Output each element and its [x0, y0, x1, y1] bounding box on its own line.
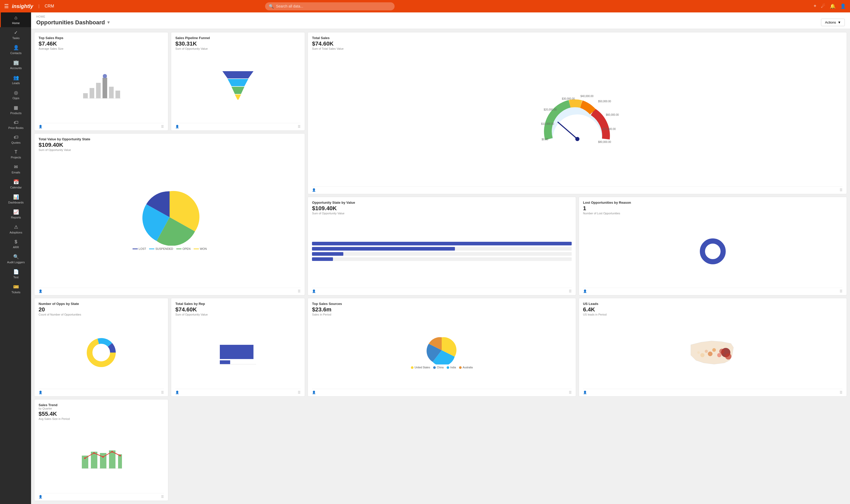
card-subtitle: Number of Lost Opportunities — [583, 212, 843, 215]
card-chart — [39, 422, 164, 491]
footer-table-icon[interactable]: ☰ — [161, 495, 164, 499]
card-value: 6.4K — [583, 306, 843, 313]
footer-table-icon[interactable]: ☰ — [298, 125, 301, 128]
svg-text:$50,000.00: $50,000.00 — [598, 100, 611, 103]
footer-table-icon[interactable]: ☰ — [569, 289, 572, 293]
card-sales-trend: Sales Trend by Quarter $55.4K Avg Sales … — [34, 399, 168, 501]
bar-fill — [312, 257, 333, 261]
footer-table-icon[interactable]: ☰ — [161, 125, 164, 128]
donut-state-chart — [86, 337, 117, 368]
legend-dot-us — [411, 366, 414, 369]
nav-icons: + ☄ 🔔 👤 — [813, 3, 846, 9]
card-title-sub: by Quarter — [39, 407, 164, 410]
card-footer: 👤 ☰ — [583, 389, 843, 394]
footer-table-icon[interactable]: ☰ — [569, 391, 572, 394]
footer-table-icon[interactable]: ☰ — [298, 391, 301, 394]
grid-icon[interactable]: ☄ — [821, 3, 825, 9]
sidebar-item-products[interactable]: ▦ Products — [0, 102, 31, 117]
bar-rep-chart — [217, 338, 259, 367]
card-value: 1 — [583, 205, 843, 212]
card-subtitle: Sum of Opportunity Value — [312, 212, 572, 215]
sidebar-item-tasks[interactable]: ✓ Tasks — [0, 27, 31, 42]
svg-point-24 — [707, 246, 719, 257]
page-header: HOME Opportunities Dashboard ▼ Actions ▼ — [31, 13, 850, 29]
legend-us: United States — [411, 366, 430, 369]
card-top-sales-sources: Top Sales Sources $23.6m Sales in Period — [308, 298, 576, 397]
legend-suspended: SUSPENDED — [149, 247, 173, 250]
horizontal-bar-chart — [312, 241, 572, 262]
card-title: Total Sales — [312, 36, 843, 40]
sidebar-item-tickets[interactable]: 🎫 Tickets — [0, 282, 31, 296]
card-footer: 👤 ☰ — [175, 123, 301, 128]
add-icon[interactable]: + — [813, 3, 816, 9]
legend-color-won — [194, 249, 199, 249]
sidebar-label-quotes: Quotes — [12, 141, 20, 144]
bar-fill — [312, 242, 572, 246]
sidebar-item-arr[interactable]: $ ARR — [0, 237, 31, 251]
footer-table-icon[interactable]: ☰ — [840, 188, 843, 192]
product-name: CRM — [44, 4, 54, 8]
sidebar-item-dashboards[interactable]: 📊 Dashboards — [0, 192, 31, 206]
card-footer: 👤 ☰ — [583, 288, 843, 293]
search-input[interactable] — [276, 4, 391, 8]
footer-table-icon[interactable]: ☰ — [298, 289, 301, 293]
sidebar-item-reports[interactable]: 📈 Reports — [0, 206, 31, 221]
sidebar-item-price-books[interactable]: 🏷 Price Books — [0, 117, 31, 132]
sidebar-item-projects[interactable]: T Projects — [0, 147, 31, 162]
pie-chart — [136, 189, 203, 246]
card-lost-opps: Lost Opportunities by Reason 1 Number of… — [579, 197, 847, 295]
svg-point-50 — [119, 455, 121, 456]
sidebar-item-test[interactable]: 📄 Test — [0, 266, 31, 282]
top-sales-reps-chart — [80, 72, 122, 101]
footer-table-icon[interactable]: ☰ — [161, 391, 164, 394]
legend-label-won: WON — [200, 247, 207, 250]
svg-rect-0 — [83, 93, 88, 98]
svg-point-37 — [708, 352, 712, 356]
legend-label-lost: LOST — [139, 247, 146, 250]
sidebar-item-accounts[interactable]: 🏢 Accounts — [0, 57, 31, 72]
svg-text:$30,000.00: $30,000.00 — [562, 97, 575, 100]
legend-color-suspended — [149, 249, 154, 249]
sidebar-item-leads[interactable]: 👥 Leads — [0, 72, 31, 87]
card-title: Opportunity State by Value — [312, 201, 572, 204]
donut-chart — [699, 237, 727, 266]
user-icon[interactable]: 👤 — [840, 3, 846, 9]
legend-dot-australia — [459, 366, 462, 369]
sidebar-item-emails[interactable]: ✉ Emails — [0, 162, 31, 177]
sidebar-label-products: Products — [10, 112, 21, 115]
sidebar-label-audit: Audit Loggers — [7, 261, 25, 264]
hamburger-menu[interactable]: ☰ — [4, 3, 9, 9]
svg-marker-10 — [232, 87, 245, 94]
sidebar-item-opps[interactable]: ◎ Opps — [0, 87, 31, 102]
svg-rect-4 — [109, 87, 114, 98]
svg-point-28 — [94, 346, 108, 360]
sidebar-item-quotes[interactable]: 🏷 Quotes — [0, 132, 31, 147]
legend-label-china: China — [437, 366, 444, 369]
dashboards-icon: 📊 — [13, 194, 19, 200]
accounts-icon: 🏢 — [13, 60, 19, 66]
sidebar-item-calendar[interactable]: 📅 Calendar — [0, 177, 31, 192]
actions-button[interactable]: Actions ▼ — [821, 19, 845, 26]
card-total-value-state: Total Value by Opportunity State $109.40… — [34, 133, 305, 295]
search-bar[interactable]: 🔍 — [265, 2, 395, 10]
sidebar-item-audit[interactable]: 🔍 Audit Loggers — [0, 251, 31, 266]
footer-table-icon[interactable]: ☰ — [840, 391, 843, 394]
dropdown-caret[interactable]: ▼ — [106, 20, 111, 25]
card-us-leads: US Leads 6.4K US leads in Period — [579, 298, 847, 397]
card-value: $30.31K — [175, 40, 301, 47]
card-title: Sales Pipeline Funnel — [175, 36, 301, 40]
card-footer: 👤 ☰ — [312, 288, 572, 293]
sidebar-item-contacts[interactable]: 👤 Contacts — [0, 42, 31, 57]
sidebar-item-home[interactable]: ⌂ Home — [0, 13, 31, 27]
card-subtitle: Sum of Opportunity Value — [39, 148, 301, 151]
card-subtitle: Sum of Total Sales Value — [312, 47, 843, 50]
leads-icon: 👥 — [13, 75, 19, 80]
adoptions-icon: ⚠ — [14, 224, 18, 230]
sidebar-item-adoptions[interactable]: ⚠ Adoptions — [0, 221, 31, 237]
footer-table-icon[interactable]: ☰ — [840, 289, 843, 293]
bar-row — [312, 247, 572, 251]
bell-icon[interactable]: 🔔 — [830, 3, 835, 9]
card-subtitle: Count of Number of Opportunities — [39, 313, 164, 316]
sidebar-label-contacts: Contacts — [10, 52, 21, 55]
footer-user-icon: 👤 — [312, 391, 316, 394]
